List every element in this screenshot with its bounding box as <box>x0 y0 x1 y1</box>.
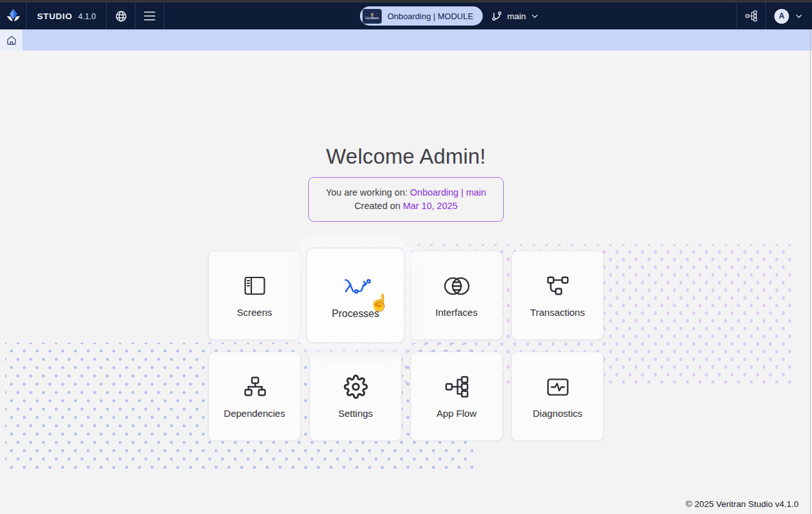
diagnostics-icon <box>545 374 570 400</box>
card-dependencies[interactable]: Dependencies <box>208 352 301 441</box>
avatar: A <box>774 9 789 24</box>
settings-icon <box>343 374 368 400</box>
module-cards-grid: Screens Processes <box>208 251 604 441</box>
dependencies-icon <box>242 374 267 400</box>
card-label: Interfaces <box>435 307 478 318</box>
chevron-down-icon <box>794 12 804 21</box>
card-label: Dependencies <box>224 408 285 419</box>
card-label: App Flow <box>437 408 477 419</box>
app-brand: STUDIO 4.1.0 <box>27 12 106 21</box>
app-flow-icon <box>444 374 469 400</box>
card-label: Settings <box>338 408 373 419</box>
goldbank-logo: ♛ GoldBank <box>363 9 382 24</box>
card-processes[interactable]: Processes <box>306 248 405 343</box>
divider <box>164 3 164 29</box>
card-diagnostics[interactable]: Diagnostics <box>511 352 604 441</box>
card-screens[interactable]: Screens <box>208 251 301 340</box>
module-badge-label: Onboarding | MODULE <box>387 12 473 21</box>
breadcrumb-bar <box>0 29 812 51</box>
branch-selector[interactable]: main <box>491 10 540 22</box>
scrollbar-track[interactable] <box>810 29 811 514</box>
navbar-right: A <box>737 3 812 29</box>
card-settings[interactable]: Settings <box>309 352 402 441</box>
card-transactions[interactable]: Transactions <box>511 251 604 340</box>
globe-button[interactable] <box>107 3 135 29</box>
main-content: Welcome Admin! You are working on: Onboa… <box>0 51 812 514</box>
processes-icon <box>340 272 371 299</box>
page-title: Welcome Admin! <box>0 144 812 169</box>
user-menu[interactable]: A <box>766 9 812 24</box>
card-label: Screens <box>237 307 272 318</box>
footer-copyright: © 2025 Veritran Studio v4.1.0 <box>685 499 799 509</box>
git-branch-icon <box>491 10 503 22</box>
working-on-line: You are working on: Onboarding | main <box>314 186 498 199</box>
branch-name: main <box>507 12 526 21</box>
main-menu-button[interactable] <box>136 3 164 29</box>
module-badge[interactable]: ♛ GoldBank Onboarding | MODULE <box>360 6 483 26</box>
workspace-info-box: You are working on: Onboarding | main Cr… <box>308 177 504 222</box>
home-icon <box>6 35 17 46</box>
transactions-icon <box>545 273 570 299</box>
brand-version: 4.1.0 <box>78 12 96 21</box>
crown-icon: ♛ <box>370 12 374 17</box>
flow-tree-icon <box>745 10 758 22</box>
flow-tree-button[interactable] <box>737 3 765 29</box>
veritran-logo[interactable] <box>0 3 26 29</box>
home-tab[interactable] <box>0 29 22 51</box>
globe-icon <box>114 10 128 23</box>
interfaces-icon <box>442 273 471 299</box>
created-on-line: Created on Mar 10, 2025 <box>314 199 498 213</box>
brand-name: STUDIO <box>37 12 72 21</box>
card-label: Diagnostics <box>533 408 582 419</box>
created-date: Mar 10, 2025 <box>403 201 457 211</box>
card-interfaces[interactable]: Interfaces <box>410 251 503 340</box>
hand-pointer-cursor: ☝ <box>369 294 389 311</box>
chevron-down-icon <box>530 12 540 21</box>
screens-icon <box>243 273 266 299</box>
workspace-link[interactable]: Onboarding | main <box>410 187 486 198</box>
menu-icon <box>143 11 156 21</box>
card-app-flow[interactable]: App Flow <box>410 352 503 441</box>
top-navbar: STUDIO 4.1.0 ♛ GoldBank <box>0 3 812 29</box>
context-controls: ♛ GoldBank Onboarding | MODULE main <box>360 3 540 29</box>
card-label: Transactions <box>530 307 584 318</box>
